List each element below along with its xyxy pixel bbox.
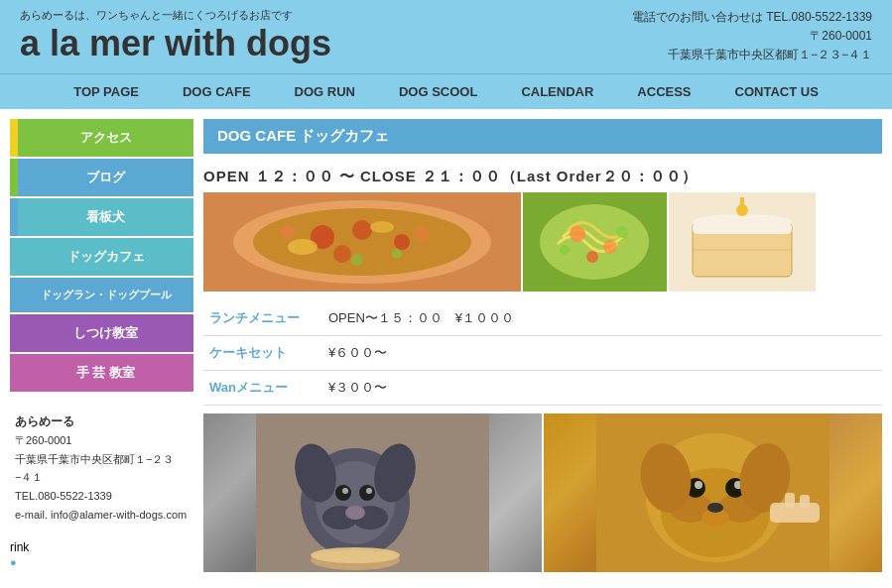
nav-dog-scool[interactable]: DOG SCOOL	[377, 74, 499, 109]
food-images	[203, 192, 882, 292]
sidebar-item-access[interactable]: アクセス	[10, 119, 193, 157]
sidebar-accent-dogcafe	[10, 238, 18, 276]
nav-contact-us[interactable]: CONTACT US	[713, 74, 840, 109]
svg-point-12	[392, 249, 402, 259]
sidebar-btn-shugi[interactable]: 手 芸 教室	[18, 354, 193, 392]
content-section-title: DOG CAFE ドッグカフェ	[203, 119, 882, 154]
header-phone-line: 電話でのお問い合わせは TEL.080-5522-1339	[632, 8, 872, 27]
nav-access[interactable]: ACCESS	[615, 74, 712, 109]
svg-point-41	[311, 547, 400, 563]
svg-point-2	[253, 208, 471, 276]
sidebar-item-shitsuke[interactable]: しつけ教室	[10, 314, 193, 352]
svg-point-35	[342, 488, 348, 494]
svg-rect-27	[740, 197, 744, 211]
sidebar-rink-section: rink ●	[10, 540, 193, 568]
rink-placeholder: ●	[10, 556, 193, 568]
svg-point-19	[616, 226, 628, 238]
sidebar-btn-dogcafe[interactable]: ドッグカフェ	[18, 238, 193, 276]
food-image-pizza	[203, 192, 521, 292]
rink-label: rink	[10, 540, 193, 554]
svg-point-17	[586, 251, 598, 263]
sidebar-btn-dogrun[interactable]: ドッグラン・ドッグプール	[18, 278, 193, 312]
header-postal: 〒260-0001	[632, 27, 872, 46]
nav-top-page[interactable]: TOP PAGE	[52, 74, 161, 109]
phone-label: 電話でのお問い合わせは	[632, 10, 763, 24]
menu-row-cake: ケーキセット ¥６００〜	[203, 335, 882, 370]
store-name: あらめーる	[15, 412, 189, 431]
menu-name-wan: Wanメニュー	[203, 370, 322, 405]
svg-rect-55	[770, 503, 820, 523]
svg-rect-56	[785, 493, 795, 508]
dog-image-right	[544, 413, 882, 572]
food-image-pasta	[523, 192, 667, 292]
svg-point-52	[707, 503, 723, 513]
sidebar-btn-blog[interactable]: ブログ	[18, 159, 193, 196]
nav-dog-run[interactable]: DOG RUN	[273, 74, 377, 109]
svg-point-49	[695, 481, 702, 489]
svg-point-14	[540, 204, 649, 280]
svg-point-11	[351, 254, 363, 266]
food-image-cake	[669, 192, 816, 292]
menu-desc-wan: ¥３００〜	[322, 370, 882, 405]
menu-row-wan: Wanメニュー ¥３００〜	[203, 370, 882, 405]
svg-point-8	[370, 221, 394, 233]
nav-dog-cafe[interactable]: DOG CAFE	[161, 74, 273, 109]
sidebar-item-dogcafe[interactable]: ドッグカフェ	[10, 238, 193, 276]
sidebar-accent-shugi	[10, 354, 18, 392]
svg-point-37	[345, 506, 365, 520]
phone-number: TEL.080-5522-1339	[766, 10, 872, 24]
header-left: あらめーるは、ワンちゃんと一緒にくつろげるお店です a la mer with …	[20, 8, 331, 64]
header-address: 千葉県千葉市中央区都町１−２３−４１	[632, 46, 872, 64]
email-value: info@alamer-with-dogs.com	[51, 509, 187, 521]
menu-desc-lunch: OPEN〜１５：００ ¥１０００	[322, 301, 882, 336]
sidebar-item-shugi[interactable]: 手 芸 教室	[10, 354, 193, 392]
dog-images	[203, 413, 882, 572]
sidebar-accent-dogrun	[10, 278, 18, 312]
menu-name-cake: ケーキセット	[203, 335, 322, 370]
svg-point-9	[281, 225, 295, 239]
header-subtitle: あらめーるは、ワンちゃんと一緒にくつろげるお店です	[20, 8, 331, 23]
sidebar-item-blog[interactable]: ブログ	[10, 159, 193, 196]
menu-desc-cake: ¥６００〜	[322, 335, 882, 370]
svg-point-24	[693, 214, 792, 230]
svg-point-18	[560, 245, 570, 255]
svg-point-16	[603, 240, 617, 254]
store-postal: 〒260-0001	[15, 431, 189, 450]
svg-point-4	[352, 220, 372, 240]
sidebar-btn-kanbanken[interactable]: 看板犬	[18, 198, 193, 236]
sidebar-info: あらめーる 〒260-0001 千葉県千葉市中央区都町１−２３−４１ TEL.0…	[10, 407, 193, 529]
sidebar-accent-kanbanken	[10, 198, 18, 236]
sidebar-accent-access	[10, 119, 18, 157]
site-title: a la mer with dogs	[20, 23, 331, 64]
email-label: e-mail.	[15, 509, 48, 521]
sidebar-btn-access[interactable]: アクセス	[18, 119, 193, 157]
open-hours: OPEN １２：００ 〜 CLOSE ２１：００（Last Order２０：００…	[203, 162, 882, 192]
header-contact-info: 電話でのお問い合わせは TEL.080-5522-1339 〒260-0001 …	[632, 8, 872, 65]
store-email: e-mail. info@alamer-with-dogs.com	[15, 506, 189, 525]
menu-name-lunch: ランチメニュー	[203, 301, 322, 336]
svg-point-7	[288, 239, 318, 255]
svg-rect-57	[800, 495, 810, 508]
header: あらめーるは、ワンちゃんと一緒にくつろげるお店です a la mer with …	[0, 0, 892, 73]
sidebar: アクセス ブログ 看板犬 ドッグカフェ ドッグラン・ドッグプール しつけ教室 手…	[10, 119, 193, 572]
sidebar-item-kanbanken[interactable]: 看板犬	[10, 198, 193, 236]
sidebar-btn-shitsuke[interactable]: しつけ教室	[18, 314, 193, 352]
dog-image-left	[203, 413, 542, 572]
menu-table: ランチメニュー OPEN〜１５：００ ¥１０００ ケーキセット ¥６００〜 Wa…	[203, 301, 882, 406]
main-layout: アクセス ブログ 看板犬 ドッグカフェ ドッグラン・ドッグプール しつけ教室 手…	[0, 109, 892, 582]
store-tel: TEL.080-5522-1339	[15, 487, 189, 506]
content-area: DOG CAFE ドッグカフェ OPEN １２：００ 〜 CLOSE ２１：００…	[203, 119, 882, 572]
sidebar-accent-shitsuke	[10, 314, 18, 352]
nav-calendar[interactable]: CALENDAR	[499, 74, 615, 109]
svg-point-10	[414, 226, 430, 242]
svg-point-15	[570, 226, 585, 242]
svg-point-5	[394, 234, 410, 250]
menu-row-lunch: ランチメニュー OPEN〜１５：００ ¥１０００	[203, 301, 882, 336]
sidebar-item-dogrun[interactable]: ドッグラン・ドッグプール	[10, 278, 193, 312]
sidebar-accent-blog	[10, 159, 18, 196]
main-nav: TOP PAGE DOG CAFE DOG RUN DOG SCOOL CALE…	[0, 73, 892, 109]
svg-point-6	[333, 245, 351, 263]
store-address: 千葉県千葉市中央区都町１−２３−４１	[15, 450, 189, 487]
svg-point-36	[366, 488, 372, 494]
